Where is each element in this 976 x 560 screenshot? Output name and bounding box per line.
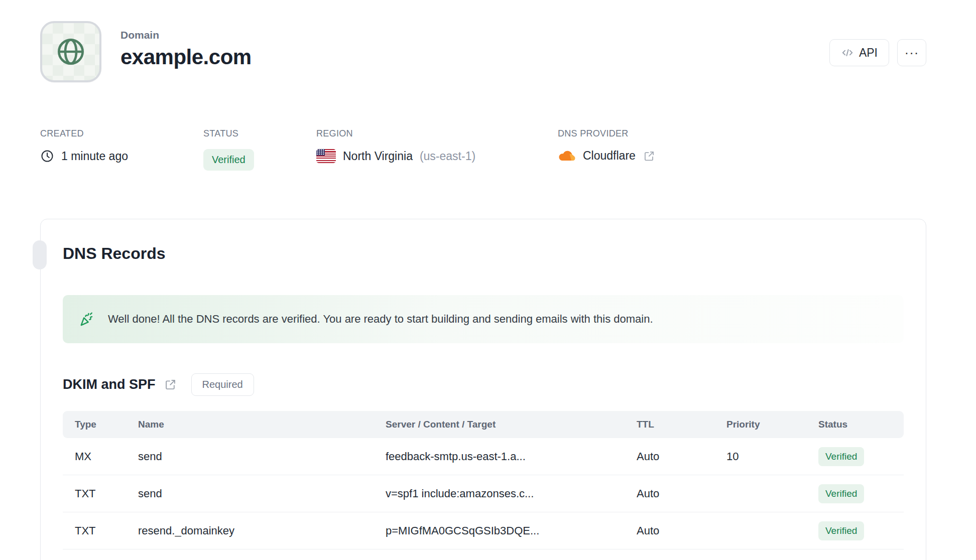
col-header-content: Server / Content / Target [386,419,637,430]
dns-provider-label: DNS PROVIDER [558,128,656,139]
cell-name: send [138,450,386,463]
cell-name: send [138,487,386,500]
status-badge: Verified [818,447,864,466]
dkim-spf-title: DKIM and SPF [63,377,156,392]
success-banner: Well done! All the DNS records are verif… [63,295,904,343]
status-badge: Verified [203,149,254,171]
meta-status: STATUS Verified [203,128,316,171]
domain-meta-row: CREATED 1 minute ago STATUS Verified [40,128,926,171]
page-title: example.com [120,45,252,69]
cell-content: v=spf1 include:amazonses.c... [386,487,637,500]
dns-records-table: Type Name Server / Content / Target TTL … [63,411,904,549]
required-badge: Required [191,373,254,396]
col-header-name: Name [138,419,386,430]
title-block: Domain example.com [120,29,252,69]
cell-ttl: Auto [637,487,726,500]
table-header-row: Type Name Server / Content / Target TTL … [63,411,904,438]
cell-name: resend._domainkey [138,524,386,537]
us-flag-icon [316,149,336,163]
region-label: REGION [316,128,558,139]
domain-detail-page: Domain example.com API ··· [0,0,976,560]
col-header-ttl: TTL [637,419,726,430]
status-badge: Verified [818,484,864,503]
table-row[interactable]: MX send feedback-smtp.us-east-1.a... Aut… [63,438,904,475]
col-header-status: Status [818,419,892,430]
page-header: Domain example.com API ··· [40,21,926,82]
cell-ttl: Auto [637,450,726,463]
dns-records-card: DNS Records Well done! All the DNS recor… [40,219,926,560]
meta-region: REGION North Virginia (us-east-1) [316,128,558,171]
code-icon [841,46,854,59]
cell-type: TXT [75,487,138,500]
card-side-tab [33,240,47,269]
dkim-external-link-icon[interactable] [164,378,177,391]
table-row[interactable]: TXT send v=spf1 include:amazonses.c... A… [63,475,904,512]
globe-icon [54,35,87,68]
cell-content: feedback-smtp.us-east-1.a... [386,450,637,463]
cell-type: TXT [75,524,138,537]
more-options-button[interactable]: ··· [897,39,926,66]
success-banner-text: Well done! All the DNS records are verif… [108,313,653,326]
region-code: (us-east-1) [420,150,475,163]
header-actions: API ··· [829,39,926,66]
meta-created: CREATED 1 minute ago [40,128,203,171]
col-header-type: Type [75,419,138,430]
cell-ttl: Auto [637,524,726,537]
cell-content: p=MIGfMA0GCSqGSIb3DQE... [386,524,637,537]
external-link-icon[interactable] [643,150,656,163]
created-value: 1 minute ago [61,150,128,163]
cloudflare-icon [558,150,576,163]
cell-type: MX [75,450,138,463]
created-label: CREATED [40,128,203,139]
dkim-spf-section-head: DKIM and SPF Required [63,373,904,396]
page-kicker: Domain [120,29,252,41]
col-header-priority: Priority [726,419,818,430]
status-badge: Verified [818,521,864,540]
status-label: STATUS [203,128,316,139]
ellipsis-icon: ··· [905,45,919,61]
clock-icon [40,149,54,163]
domain-avatar [40,21,101,82]
party-popper-icon [78,311,95,328]
api-button[interactable]: API [829,39,889,66]
dns-provider-value[interactable]: Cloudflare [583,149,636,163]
meta-dns-provider: DNS PROVIDER Cloudflare [558,128,656,171]
table-row[interactable]: TXT resend._domainkey p=MIGfMA0GCSqGSIb3… [63,512,904,549]
region-value: North Virginia [343,150,413,163]
dns-records-title: DNS Records [63,244,904,263]
api-button-label: API [859,46,878,60]
cell-priority: 10 [726,450,818,463]
